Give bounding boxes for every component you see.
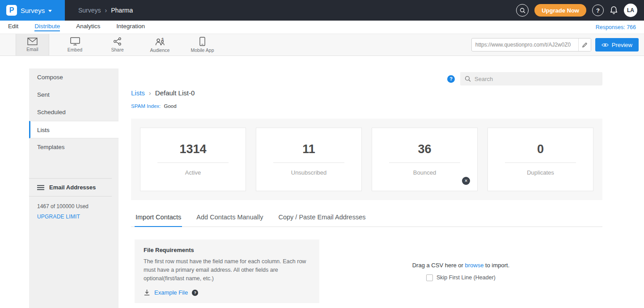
upgrade-limit-link[interactable]: UPGRADE LIMIT	[29, 212, 119, 222]
stat-divider	[505, 163, 576, 163]
help-icon[interactable]: ?	[592, 4, 604, 16]
tab-import-contacts[interactable]: Import Contacts	[135, 214, 182, 227]
stat-card-active[interactable]: 1314 Active	[140, 128, 246, 191]
sidebar-item-compose[interactable]: Compose	[29, 68, 119, 86]
product-name: Surveys	[21, 7, 45, 14]
breadcrumb-surveys-link[interactable]: Surveys	[78, 7, 101, 14]
skip-first-line-row: Skip First Line (Header)	[426, 274, 496, 281]
tab-add-contacts-manually[interactable]: Add Contacts Manually	[195, 214, 264, 227]
email-usage-text: 1467 of 100000 Used	[29, 197, 119, 212]
preview-button-label: Preview	[612, 42, 632, 48]
edit-url-button[interactable]	[578, 38, 591, 51]
user-avatar[interactable]: LA	[624, 4, 637, 17]
content: Compose Sent Scheduled Lists Templates E…	[0, 56, 644, 308]
main-top-row: ?	[131, 72, 602, 86]
tab-distribute[interactable]: Distribute	[34, 23, 60, 31]
clear-bounced-icon[interactable]: ×	[462, 177, 470, 185]
email-addresses-header: Email Addresses	[29, 179, 112, 197]
stat-label: Bounced	[413, 169, 436, 176]
stat-label: Active	[185, 169, 201, 176]
stat-divider	[273, 163, 345, 163]
page: P Surveys Surveys › Pharma Upgrade Now ?…	[0, 0, 644, 308]
csv-dropzone[interactable]: Drag a CSV here or browse to import. Ski…	[319, 240, 602, 303]
browse-link[interactable]: browse	[465, 262, 484, 269]
stat-divider	[157, 163, 229, 163]
responses-count[interactable]: Responses: 766	[596, 24, 636, 30]
survey-url-input[interactable]	[472, 38, 578, 51]
lists-breadcrumb-link[interactable]: Lists	[131, 89, 145, 97]
toolbar-item-label: Embed	[68, 47, 82, 52]
audience-icon: $	[155, 37, 165, 46]
stat-value: 36	[418, 142, 431, 156]
lists-main-panel: ? Lists › Default List-0 SPAM Index: Goo…	[119, 56, 644, 308]
dropzone-text-suffix: to import.	[485, 262, 509, 269]
current-list-name: Default List-0	[155, 89, 195, 97]
breadcrumb-separator: ›	[149, 89, 151, 97]
stat-label: Unsubscribed	[291, 169, 327, 176]
product-switcher[interactable]: P Surveys	[0, 0, 65, 21]
stat-value: 1314	[179, 142, 206, 156]
sidebar-item-sent[interactable]: Sent	[29, 86, 119, 103]
upgrade-now-button[interactable]: Upgrade Now	[534, 4, 586, 17]
stat-divider	[389, 163, 461, 163]
stat-value: 11	[302, 142, 315, 156]
list-stats: 1314 Active 11 Unsubscribed 36 Bounced ×…	[131, 119, 602, 200]
notifications-bell-icon[interactable]	[610, 6, 618, 15]
topbar-breadcrumb: Surveys › Pharma	[78, 7, 133, 14]
tab-copy-paste-email-addresses[interactable]: Copy / Paste Email Addresses	[277, 214, 366, 227]
topbar-actions: Upgrade Now ? LA	[516, 4, 644, 17]
embed-icon	[70, 37, 80, 46]
toolbar-item-label: Email	[26, 47, 38, 52]
search-icon[interactable]	[516, 4, 529, 17]
toolbar-right: Preview	[471, 34, 644, 56]
toolbar-item-embed[interactable]: Embed	[58, 34, 92, 56]
share-icon	[113, 37, 122, 46]
file-requirements-box: File Requirements The first row must hav…	[135, 240, 319, 303]
preview-button[interactable]: Preview	[595, 38, 639, 51]
contacts-search-box	[460, 72, 602, 86]
tab-analytics[interactable]: Analytics	[76, 23, 100, 31]
skip-first-line-label: Skip First Line (Header)	[436, 274, 496, 281]
toolbar-item-label: Share	[111, 47, 123, 52]
survey-nav: Edit Distribute Analytics Integration Re…	[0, 21, 644, 34]
lists-breadcrumb: Lists › Default List-0	[131, 89, 602, 97]
sidebar-item-scheduled[interactable]: Scheduled	[29, 103, 119, 121]
spam-index-label[interactable]: SPAM Index:	[131, 103, 161, 109]
toolbar-item-label: Mobile App	[191, 47, 214, 53]
spam-index-row: SPAM Index: Good	[131, 103, 602, 109]
email-sidebar: Compose Sent Scheduled Lists Templates E…	[29, 68, 119, 308]
list-icon	[37, 185, 44, 190]
mobile-app-icon	[199, 37, 205, 46]
breadcrumb-separator: ›	[105, 7, 107, 14]
example-file-link[interactable]: Example File	[154, 289, 188, 296]
magnifier-icon	[465, 76, 471, 82]
dropzone-text-prefix: Drag a CSV here or	[412, 262, 463, 269]
search-help-icon[interactable]: ?	[447, 75, 455, 83]
search-input[interactable]	[475, 76, 598, 82]
tab-edit[interactable]: Edit	[8, 23, 18, 31]
pencil-icon	[582, 42, 588, 48]
toolbar-item-audience[interactable]: $ Audience	[143, 34, 177, 56]
import-contacts-panel: File Requirements The first row must hav…	[131, 240, 602, 303]
stat-card-unsubscribed[interactable]: 11 Unsubscribed	[256, 128, 362, 191]
skip-first-line-checkbox[interactable]	[426, 274, 433, 281]
dropzone-text: Drag a CSV here or browse to import.	[412, 262, 510, 269]
chevron-down-icon	[48, 10, 52, 12]
stat-card-bounced[interactable]: 36 Bounced ×	[372, 128, 478, 191]
toolbar-item-label: Audience	[150, 47, 170, 53]
toolbar-item-share[interactable]: Share	[101, 34, 134, 56]
example-file-help-icon[interactable]: ?	[192, 290, 198, 296]
stat-card-duplicates[interactable]: 0 Duplicates	[487, 128, 593, 191]
example-file-row: Example File ?	[144, 289, 310, 296]
stat-value: 0	[537, 142, 544, 156]
contacts-tabs: Import Contacts Add Contacts Manually Co…	[131, 214, 602, 227]
topbar: P Surveys Surveys › Pharma Upgrade Now ?…	[0, 0, 644, 21]
sidebar-item-lists[interactable]: Lists	[29, 121, 119, 138]
toolbar-item-email[interactable]: Email	[16, 34, 49, 56]
tab-integration[interactable]: Integration	[116, 23, 145, 31]
sidebar-item-templates[interactable]: Templates	[29, 138, 119, 156]
stat-label: Duplicates	[527, 169, 554, 176]
email-icon	[27, 38, 38, 45]
file-requirements-title: File Requirements	[144, 247, 310, 253]
toolbar-item-mobile-app[interactable]: Mobile App	[186, 34, 219, 56]
